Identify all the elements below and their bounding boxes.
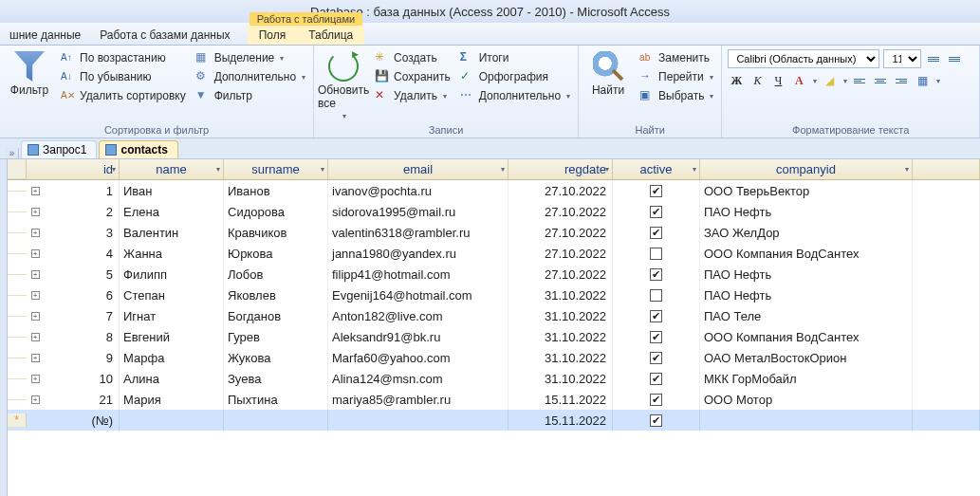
cell-companyid[interactable]: ПАО Нефть: [700, 264, 913, 285]
cell-surname[interactable]: Зуева: [224, 368, 328, 389]
cell-email[interactable]: ivanov@pochta.ru: [328, 180, 508, 201]
cell-regdate[interactable]: 15.11.2022: [508, 410, 613, 431]
cell-email[interactable]: Evgenij164@hotmail.com: [328, 285, 508, 305]
totals-button[interactable]: Итоги: [458, 49, 572, 66]
table-row[interactable]: +7ИгнатБогдановAnton182@live.com31.10.20…: [8, 305, 980, 326]
cell-id[interactable]: 5: [44, 264, 120, 285]
column-header-active[interactable]: active▾: [613, 159, 700, 179]
checkbox[interactable]: ✔: [650, 331, 662, 343]
cell-name[interactable]: Марфа: [120, 347, 224, 368]
chevron-down-icon[interactable]: ▾: [905, 165, 909, 174]
row-selector[interactable]: [8, 191, 27, 192]
cell-regdate[interactable]: 27.10.2022: [508, 180, 613, 201]
checkbox[interactable]: ✔: [650, 310, 662, 322]
cell-active[interactable]: ✔: [613, 326, 700, 347]
font-size-select[interactable]: 11: [883, 49, 921, 68]
cell-id[interactable]: 3: [44, 222, 120, 243]
delete-button[interactable]: Удалить▾: [373, 87, 453, 104]
cell-regdate[interactable]: 31.10.2022: [508, 347, 613, 368]
expand-cell[interactable]: +: [27, 395, 44, 404]
row-selector[interactable]: [8, 337, 27, 338]
table-row[interactable]: +9МарфаЖуковаMarfa60@yahoo.com31.10.2022…: [8, 347, 980, 368]
font-color-button[interactable]: [790, 72, 807, 89]
cell-active[interactable]: [613, 285, 700, 305]
cell-name[interactable]: Жанна: [120, 243, 224, 264]
cell-companyid[interactable]: ПАО Нефть: [700, 285, 913, 305]
column-header-name[interactable]: name▾: [120, 159, 224, 179]
cell-regdate[interactable]: 27.10.2022: [508, 243, 613, 264]
cell-id[interactable]: 10: [44, 368, 120, 389]
new-record-row[interactable]: *(№)15.11.2022✔: [8, 410, 980, 431]
cell-email[interactable]: filipp41@hotmail.com: [328, 264, 508, 285]
cell-name[interactable]: Валентин: [120, 222, 224, 243]
cell-regdate[interactable]: 31.10.2022: [508, 368, 613, 389]
checkbox[interactable]: ✔: [650, 394, 662, 406]
table-row[interactable]: +6СтепанЯковлевEvgenij164@hotmail.com31.…: [8, 285, 980, 305]
row-selector[interactable]: [8, 295, 27, 296]
cell-regdate[interactable]: 31.10.2022: [508, 285, 613, 305]
cell-id[interactable]: 9: [44, 347, 120, 368]
expand-cell[interactable]: +: [27, 333, 44, 341]
table-row[interactable]: +21МарияПыхтинаmariya85@rambler.ru15.11.…: [8, 389, 980, 410]
expand-cell[interactable]: +: [27, 208, 44, 216]
table-row[interactable]: +2ЕленаСидороваsidorova1995@mail.ru27.10…: [8, 201, 980, 222]
align-left-button[interactable]: [851, 72, 868, 89]
cell-email[interactable]: valentin6318@rambler.ru: [328, 222, 508, 243]
cell-companyid[interactable]: ЗАО ЖелДор: [700, 222, 913, 243]
cell-regdate[interactable]: 27.10.2022: [508, 201, 613, 222]
list-bullets-button[interactable]: [925, 50, 942, 67]
cell-name[interactable]: Мария: [120, 389, 224, 410]
row-selector[interactable]: [8, 211, 27, 212]
chevron-down-icon[interactable]: ▾: [321, 165, 324, 174]
cell-regdate[interactable]: 15.11.2022: [508, 389, 613, 410]
checkbox[interactable]: ✔: [650, 227, 662, 239]
select-button[interactable]: Выбрать▾: [638, 87, 715, 104]
cell-email[interactable]: sidorova1995@mail.ru: [328, 201, 508, 222]
chevron-down-icon[interactable]: ▾: [501, 165, 505, 174]
align-right-button[interactable]: [893, 72, 910, 89]
table-row[interactable]: +5ФилиппЛобовfilipp41@hotmail.com27.10.2…: [8, 264, 980, 285]
cell-active[interactable]: ✔: [613, 222, 700, 243]
cell-active[interactable]: ✔: [613, 389, 700, 410]
sort-ascending-button[interactable]: По возрастанию: [59, 49, 188, 66]
cell-regdate[interactable]: 31.10.2022: [508, 326, 613, 347]
cell-id[interactable]: 21: [44, 389, 120, 410]
find-button[interactable]: Найти: [584, 49, 632, 99]
column-header-id[interactable]: id▾: [44, 159, 120, 179]
cell-surname[interactable]: Лобов: [224, 264, 328, 285]
cell-surname[interactable]: Сидорова: [224, 201, 328, 222]
bold-button[interactable]: Ж: [728, 72, 745, 89]
cell-companyid[interactable]: ООО Компания ВодСантех: [700, 326, 913, 347]
goto-button[interactable]: Перейти▾: [638, 68, 715, 85]
italic-button[interactable]: К: [749, 72, 766, 89]
cell-id[interactable]: 7: [44, 305, 120, 326]
cell-email[interactable]: [328, 410, 508, 431]
more-button[interactable]: Дополнительно▾: [458, 87, 572, 104]
cell-surname[interactable]: Иванов: [224, 180, 328, 201]
cell-regdate[interactable]: 27.10.2022: [508, 264, 613, 285]
checkbox[interactable]: ✔: [650, 185, 662, 197]
cell-name[interactable]: Игнат: [120, 305, 224, 326]
tab-query1[interactable]: Запрос1: [21, 140, 97, 158]
filter-button[interactable]: Фильтр: [6, 49, 53, 99]
cell-email[interactable]: Marfa60@yahoo.com: [328, 347, 508, 368]
cell-surname[interactable]: Жукова: [224, 347, 328, 368]
cell-active[interactable]: ✔: [613, 368, 700, 389]
column-header-regdate[interactable]: regdate▾: [508, 159, 613, 179]
table-row[interactable]: +1ИванИвановivanov@pochta.ru27.10.2022✔О…: [8, 180, 980, 201]
gridlines-button[interactable]: [914, 72, 931, 89]
column-header-surname[interactable]: surname▾: [224, 159, 328, 179]
checkbox[interactable]: ✔: [650, 352, 662, 364]
cell-name[interactable]: Евгений: [120, 326, 224, 347]
cell-email[interactable]: Aleksandr91@bk.ru: [328, 326, 508, 347]
expand-cell[interactable]: +: [27, 312, 44, 321]
cell-regdate[interactable]: 31.10.2022: [508, 305, 613, 326]
checkbox[interactable]: ✔: [650, 373, 662, 385]
expand-cell[interactable]: +: [27, 291, 44, 300]
cell-active[interactable]: ✔: [613, 410, 700, 431]
cell-companyid[interactable]: ООО Компания ВодСантех: [700, 243, 913, 264]
cell-name[interactable]: Елена: [120, 201, 224, 222]
row-selector[interactable]: [8, 316, 27, 317]
row-selector[interactable]: [8, 399, 27, 400]
cell-id[interactable]: 8: [44, 326, 120, 347]
